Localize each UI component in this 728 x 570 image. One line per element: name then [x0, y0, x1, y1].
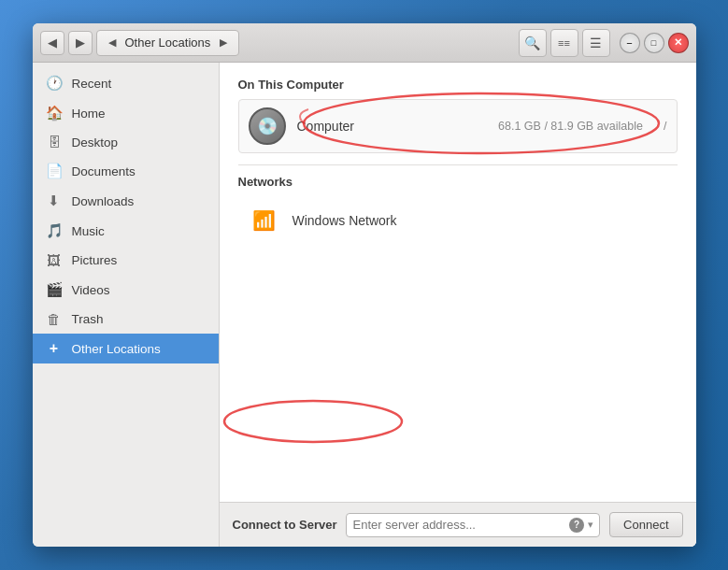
maximize-button[interactable]: □	[644, 33, 664, 53]
drive-icon: 💿	[249, 107, 286, 145]
content-scroll: On This Computer 💿 Computer 68.1 GB / 81…	[220, 63, 696, 502]
breadcrumb-back-icon[interactable]: ◀	[103, 34, 121, 52]
sidebar-item-label-downloads: Downloads	[72, 194, 135, 208]
downloads-icon: ⬇	[46, 192, 63, 209]
computer-drive-path: /	[664, 120, 666, 133]
content-wrapper: On This Computer 💿 Computer 68.1 GB / 81…	[220, 63, 696, 547]
content-area: On This Computer 💿 Computer 68.1 GB / 81…	[220, 63, 696, 547]
sidebar-item-music[interactable]: 🎵 Music	[33, 216, 219, 246]
help-icon[interactable]: ?	[569, 518, 584, 533]
window-controls: − □ ✕	[620, 33, 689, 53]
sidebar-item-label-documents: Documents	[72, 164, 136, 178]
sidebar-item-label-music: Music	[72, 224, 105, 238]
documents-icon: 📄	[46, 163, 63, 179]
sidebar-item-downloads[interactable]: ⬇ Downloads	[33, 186, 219, 216]
menu-button[interactable]: ☰	[582, 29, 610, 57]
sidebar-item-videos[interactable]: 🎬 Videos	[33, 275, 219, 305]
networks-title: Networks	[238, 175, 678, 189]
home-icon: 🏠	[46, 105, 63, 121]
view-toggle-button[interactable]: ≡≡	[550, 29, 578, 57]
sidebar-item-label-other-locations: Other Locations	[72, 342, 161, 356]
sidebar-item-documents[interactable]: 📄 Documents	[33, 156, 219, 186]
sidebar-item-desktop[interactable]: 🗄 Desktop	[33, 128, 219, 156]
connect-input-icons: ? ▾	[569, 518, 593, 533]
sidebar-item-label-desktop: Desktop	[72, 135, 119, 150]
disk-icon: 💿	[257, 116, 278, 136]
sidebar: 🕐 Recent 🏠 Home 🗄 Desktop 📄 Documents ⬇ …	[33, 63, 220, 547]
minimize-button[interactable]: −	[620, 33, 640, 53]
back-button[interactable]: ◀	[40, 31, 64, 55]
computer-drive-item[interactable]: 💿 Computer 68.1 GB / 81.9 GB available /	[238, 99, 678, 153]
windows-network-item[interactable]: 📶 Windows Network	[238, 196, 678, 245]
breadcrumb-label: Other Locations	[125, 36, 211, 50]
minimize-icon: −	[626, 37, 632, 49]
titlebar: ◀ ▶ ◀ Other Locations ▶ 🔍 ≡≡ ☰ −	[33, 23, 696, 63]
toolbar-icons: 🔍 ≡≡ ☰	[519, 29, 610, 57]
computer-drive-info: 68.1 GB / 81.9 GB available	[498, 120, 643, 133]
computer-drive-name: Computer	[297, 119, 354, 134]
trash-icon: 🗑	[46, 311, 63, 327]
sidebar-item-label-recent: Recent	[72, 77, 112, 91]
breadcrumb-forward-icon[interactable]: ▶	[214, 34, 233, 52]
forward-button[interactable]: ▶	[68, 31, 93, 55]
sidebar-item-other-locations[interactable]: + Other Locations	[33, 334, 219, 363]
breadcrumb: ◀ Other Locations ▶	[96, 30, 240, 56]
server-address-input[interactable]	[352, 518, 565, 532]
file-manager-window: ◀ ▶ ◀ Other Locations ▶ 🔍 ≡≡ ☰ −	[33, 23, 696, 547]
sidebar-item-label-videos: Videos	[72, 283, 110, 297]
connect-label: Connect to Server	[233, 518, 337, 532]
recent-icon: 🕐	[46, 75, 63, 92]
network-icon: 📶	[248, 204, 281, 237]
windows-network-name: Windows Network	[293, 213, 397, 228]
view-icon: ≡≡	[558, 37, 570, 49]
dropdown-icon[interactable]: ▾	[588, 519, 593, 531]
sidebar-item-trash[interactable]: 🗑 Trash	[33, 305, 219, 334]
close-button[interactable]: ✕	[668, 33, 689, 53]
sidebar-item-recent[interactable]: 🕐 Recent	[33, 68, 219, 98]
desktop-icon: 🗄	[46, 135, 63, 150]
main-area: 🕐 Recent 🏠 Home 🗄 Desktop 📄 Documents ⬇ …	[33, 63, 696, 547]
menu-icon: ☰	[590, 36, 602, 50]
sidebar-item-home[interactable]: 🏠 Home	[33, 98, 219, 128]
other-locations-icon: +	[46, 340, 63, 357]
pictures-icon: 🖼	[46, 252, 63, 268]
sidebar-item-pictures[interactable]: 🖼 Pictures	[33, 246, 219, 275]
close-icon: ✕	[674, 36, 682, 49]
sidebar-item-label-pictures: Pictures	[72, 253, 118, 267]
on-this-computer-title: On This Computer	[238, 78, 678, 92]
connect-bar: Connect to Server ? ▾ Connect	[220, 502, 696, 547]
connect-button[interactable]: Connect	[609, 512, 682, 537]
videos-icon: 🎬	[46, 281, 63, 298]
sidebar-item-label-home: Home	[72, 107, 106, 121]
connect-input-wrap: ? ▾	[346, 513, 600, 537]
sidebar-item-label-trash: Trash	[72, 312, 104, 326]
wifi-icon: 📶	[252, 209, 276, 232]
search-icon: 🔍	[524, 36, 540, 50]
music-icon: 🎵	[46, 222, 63, 239]
search-button[interactable]: 🔍	[519, 29, 547, 57]
maximize-icon: □	[651, 38, 656, 48]
section-divider	[238, 164, 678, 165]
